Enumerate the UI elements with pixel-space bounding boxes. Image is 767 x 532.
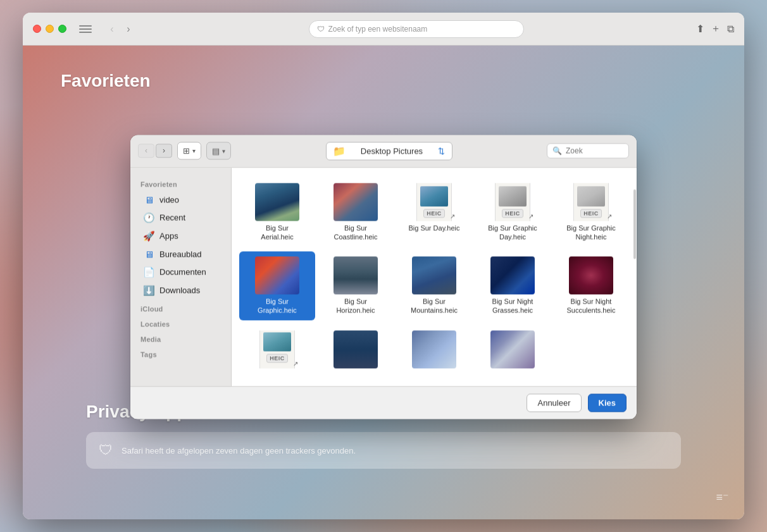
file-name-graphic-day: Big Sur GraphicDay.heic bbox=[488, 223, 537, 242]
file-dialog: ‹ › ⊞ ▾ ▤ ▾ 📁 bbox=[130, 135, 637, 419]
file-name-graphic-night: Big Sur GraphicNight.heic bbox=[566, 223, 616, 242]
sidebar-toggle-button[interactable] bbox=[79, 23, 97, 35]
choose-button[interactable]: Kies bbox=[588, 393, 627, 412]
dialog-back-button[interactable]: ‹ bbox=[138, 144, 154, 158]
tabs-icon[interactable]: ⧉ bbox=[727, 23, 734, 35]
file-name-graphic: Big SurGraphic.heic bbox=[258, 297, 297, 316]
location-stepper-icon: ⇅ bbox=[438, 146, 445, 156]
forward-button[interactable]: › bbox=[121, 22, 136, 37]
browser-titlebar: ‹ › 🛡 Zoek of typ een websitenaam ⬆ ＋ ⧉ bbox=[23, 13, 744, 46]
file-item-r3c1[interactable]: HEIC ↗ bbox=[239, 325, 315, 376]
sidebar-label-downloads: Downloads bbox=[159, 285, 200, 295]
file-item-coastline[interactable]: Big SurCoastline.heic bbox=[318, 178, 394, 247]
file-item-graphic-day[interactable]: HEIC ↗ Big Sur GraphicDay.heic bbox=[475, 178, 551, 247]
address-input[interactable]: 🛡 Zoek of typ een websitenaam bbox=[309, 20, 524, 38]
download-icon: ⬇️ bbox=[143, 285, 154, 296]
search-icon: 🔍 bbox=[552, 146, 562, 155]
list-icon: ▤ bbox=[212, 146, 220, 156]
address-bar: 🛡 Zoek of typ een websitenaam bbox=[144, 20, 689, 38]
file-thumb-r3c1: HEIC ↗ bbox=[255, 330, 299, 368]
sidebar-section-icloud: iCloud bbox=[130, 300, 231, 315]
grid-icon: ⊞ bbox=[183, 146, 190, 156]
sidebar-item-downloads[interactable]: ⬇️ Downloads bbox=[133, 281, 228, 299]
file-thumb-r3c3 bbox=[412, 330, 456, 368]
sidebar-item-apps[interactable]: 🚀 Apps bbox=[133, 227, 228, 245]
add-tab-icon[interactable]: ＋ bbox=[711, 22, 721, 35]
search-input[interactable] bbox=[566, 146, 623, 155]
back-button[interactable]: ‹ bbox=[104, 22, 120, 37]
file-item-day[interactable]: HEIC ↗ Big Sur Day.heic bbox=[396, 178, 472, 247]
monitor-icon: 🖥 bbox=[143, 194, 154, 205]
file-thumb-graphic bbox=[255, 257, 299, 295]
file-name-night-succulents: Big Sur NightSucculents.heic bbox=[566, 297, 615, 316]
file-thumb-horizon bbox=[334, 257, 378, 295]
folder-icon: 📁 bbox=[333, 145, 346, 157]
file-thumb-day: HEIC ↗ bbox=[412, 183, 456, 221]
dialog-nav-buttons: ‹ › bbox=[138, 144, 172, 158]
minimize-button[interactable] bbox=[46, 25, 54, 33]
location-name: Desktop Pictures bbox=[361, 146, 423, 156]
sidebar-label-bureaublad: Bureaublad bbox=[159, 249, 202, 259]
favorieten-section: Favorieten bbox=[61, 71, 706, 91]
sidebar-section-locaties: Locaties bbox=[130, 315, 231, 330]
location-selector[interactable]: 📁 Desktop Pictures ⇅ bbox=[326, 142, 452, 160]
clock-icon: 🕐 bbox=[143, 212, 154, 223]
dialog-sidebar: Favorieten 🖥 video 🕐 Recent 🚀 Apps bbox=[130, 168, 232, 386]
scrollbar[interactable] bbox=[633, 189, 637, 364]
file-item-r3c2[interactable] bbox=[318, 325, 394, 376]
file-thumb-night-succulents bbox=[569, 257, 613, 295]
file-item-horizon[interactable]: Big SurHorizon.heic bbox=[318, 252, 394, 321]
sidebar-section-media: Media bbox=[130, 330, 231, 345]
file-thumb-coastline bbox=[334, 183, 378, 221]
file-item-r3c4[interactable] bbox=[475, 325, 551, 376]
file-name-coastline: Big SurCoastline.heic bbox=[334, 223, 377, 242]
browser-content: Favorieten Privacyrapport 🛡 Safari heeft… bbox=[23, 46, 744, 519]
close-button[interactable] bbox=[33, 25, 41, 33]
sidebar-item-documenten[interactable]: 📄 Documenten bbox=[133, 263, 228, 281]
shield-icon: 🛡 bbox=[317, 25, 325, 34]
sidebar-label-video: video bbox=[159, 195, 179, 204]
dialog-location: 📁 Desktop Pictures ⇅ bbox=[236, 142, 542, 160]
dialog-search[interactable]: 🔍 bbox=[547, 143, 629, 158]
browser-window: ‹ › 🛡 Zoek of typ een websitenaam ⬆ ＋ ⧉ … bbox=[23, 13, 744, 519]
shield-privacy-icon: 🛡 bbox=[99, 442, 113, 459]
scrollbar-thumb bbox=[633, 189, 636, 259]
file-item-r3c3[interactable] bbox=[396, 325, 472, 376]
file-name-horizon: Big SurHorizon.heic bbox=[336, 297, 375, 316]
sidebar-section-tags: Tags bbox=[130, 345, 231, 361]
nav-buttons: ‹ › bbox=[104, 22, 136, 37]
dialog-toolbar: ‹ › ⊞ ▾ ▤ ▾ 📁 bbox=[130, 135, 637, 168]
dialog-body: Favorieten 🖥 video 🕐 Recent 🚀 Apps bbox=[130, 168, 637, 386]
privacy-card: 🛡 Safari heeft de afgelopen zeven dagen … bbox=[86, 432, 681, 469]
sidebar-label-documenten: Documenten bbox=[159, 267, 206, 276]
grid-chevron-icon: ▾ bbox=[192, 147, 196, 154]
view-toggle-group: ⊞ ▾ bbox=[177, 142, 201, 159]
sidebar-item-recent[interactable]: 🕐 Recent bbox=[133, 209, 228, 226]
apps-icon: 🚀 bbox=[143, 230, 154, 242]
settings-icon[interactable]: ≡⁻ bbox=[716, 490, 729, 504]
file-item-graphic-night[interactable]: HEIC ↗ Big Sur GraphicNight.heic bbox=[553, 178, 629, 247]
list-chevron-icon: ▾ bbox=[222, 147, 225, 154]
traffic-lights bbox=[33, 25, 66, 33]
file-item-night-succulents[interactable]: Big Sur NightSucculents.heic bbox=[553, 252, 629, 321]
sidebar-item-video[interactable]: 🖥 video bbox=[133, 191, 228, 208]
file-item-mountains[interactable]: Big SurMountains.heic bbox=[396, 252, 472, 321]
grid-view-button[interactable]: ⊞ ▾ bbox=[178, 142, 201, 159]
file-thumb-mountains bbox=[412, 257, 456, 295]
cancel-button[interactable]: Annuleer bbox=[527, 393, 581, 412]
sidebar-item-bureaublad[interactable]: 🖥 Bureaublad bbox=[133, 245, 228, 263]
maximize-button[interactable] bbox=[58, 25, 66, 33]
file-item-night-grasses[interactable]: Big Sur NightGrasses.heic bbox=[475, 252, 551, 321]
browser-actions: ⬆ ＋ ⧉ bbox=[696, 22, 734, 35]
file-item-aerial[interactable]: Big SurAerial.heic bbox=[239, 178, 315, 247]
share-icon[interactable]: ⬆ bbox=[696, 23, 704, 35]
sidebar-label-apps: Apps bbox=[159, 231, 178, 240]
favorieten-title: Favorieten bbox=[61, 71, 706, 91]
list-view-button[interactable]: ▤ ▾ bbox=[207, 142, 230, 159]
file-name-day: Big Sur Day.heic bbox=[408, 223, 459, 232]
file-thumb-aerial bbox=[255, 183, 299, 221]
file-name-night-grasses: Big Sur NightGrasses.heic bbox=[492, 297, 533, 316]
dialog-forward-button[interactable]: › bbox=[156, 144, 172, 158]
file-item-graphic[interactable]: Big SurGraphic.heic bbox=[239, 252, 315, 321]
files-grid: Big SurAerial.heic Big SurCoastline.heic bbox=[239, 178, 629, 376]
